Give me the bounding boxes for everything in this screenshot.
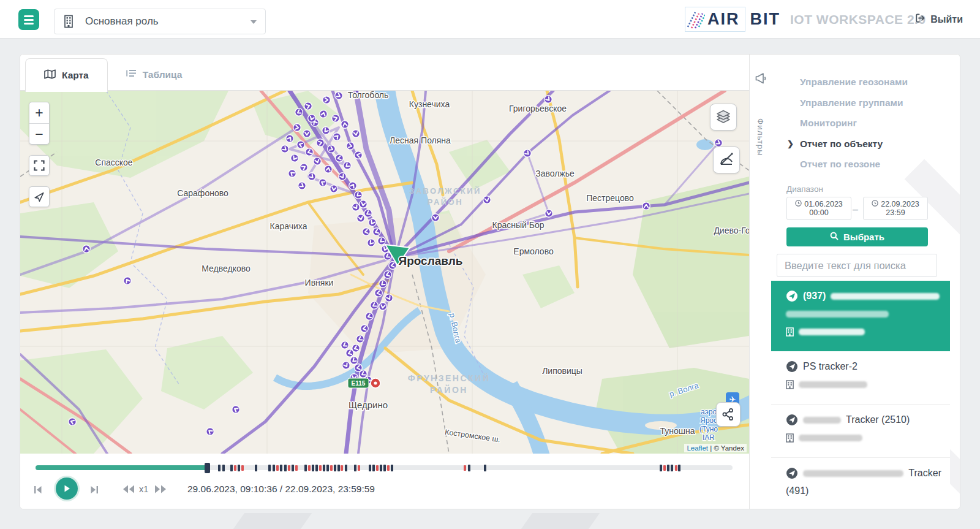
timeline-tick [660, 465, 662, 471]
date-to-value: 22.09.2023 [881, 200, 919, 208]
tab-table[interactable]: Таблица [108, 58, 201, 91]
track-point-marker[interactable] [205, 426, 216, 437]
building-icon [63, 15, 74, 28]
nav-icon [786, 414, 798, 426]
date-to-input[interactable]: 22.09.2023 23:59 [863, 197, 928, 220]
track-point-marker[interactable] [643, 202, 650, 210]
table-icon [126, 69, 137, 80]
timeline[interactable] [36, 463, 733, 473]
menu-item-label: Отчет по геозоне [800, 159, 880, 169]
active-chevron-icon: ❯ [787, 134, 794, 154]
tracker-list-item[interactable]: Tracker (2510) [771, 405, 950, 458]
app-root: Основная роль AIR BIT IOT WORKSPACE 2.0 [0, 0, 980, 529]
tracker-label: (491) [786, 485, 809, 497]
map-canvas[interactable]: ТолгобольКузнечихаГригорьевскоеЛесная По… [20, 91, 749, 454]
track-point-marker[interactable] [317, 177, 328, 188]
logout-icon [914, 12, 925, 26]
timeline-scrubber-handle[interactable] [205, 463, 210, 473]
tracker-label: PS tracker-2 [803, 361, 858, 372]
track-point-marker[interactable] [296, 180, 307, 191]
map-container[interactable]: ТолгобольКузнечихаГригорьевскоеЛесная По… [20, 91, 749, 454]
locate-button[interactable] [29, 186, 50, 207]
share-button[interactable] [716, 402, 741, 427]
track-point-marker[interactable] [339, 340, 350, 350]
timeline-tick [358, 465, 360, 471]
track-point-marker[interactable] [122, 275, 132, 286]
menu-item-отчет-по-объекту[interactable]: ❯Отчет по объекту [771, 134, 960, 154]
layers-button[interactable] [710, 104, 737, 131]
select-button[interactable]: Выбрать [786, 227, 928, 246]
role-selector-value: Основная роль [85, 15, 159, 28]
menu-item-управление-геозонами[interactable]: Управление геозонами [771, 72, 960, 93]
timeline-tick [345, 465, 347, 471]
leaflet-link[interactable]: Leaflet [687, 444, 708, 452]
menu-item-отчет-по-геозоне[interactable]: Отчет по геозоне [771, 154, 960, 175]
logo-word-bit: BIT [750, 10, 781, 29]
skip-to-start-button[interactable] [32, 484, 43, 495]
track-point-marker[interactable] [341, 360, 351, 370]
timeline-tick [369, 465, 371, 471]
play-button[interactable] [56, 478, 78, 500]
track-point-marker[interactable] [545, 209, 553, 218]
megaphone-icon[interactable] [754, 72, 767, 88]
slower-button[interactable] [122, 484, 135, 494]
tracker-list-item[interactable]: PS tracker-2 [771, 351, 950, 405]
track-point-marker[interactable] [483, 196, 492, 205]
background-stripe [521, 513, 600, 529]
brand-logo: AIR BIT IOT WORKSPACE 2.0 [685, 7, 926, 32]
role-selector[interactable]: Основная роль [54, 9, 266, 34]
timeline-tick [292, 465, 294, 471]
date-from-input[interactable]: 01.06.2023 00:00 [786, 197, 851, 220]
timeline-tick [334, 465, 336, 471]
tracker-list-item[interactable]: (937) [771, 281, 950, 351]
map-label: Липовицы [542, 366, 582, 376]
measure-tool-button[interactable] [713, 147, 740, 173]
select-button-label: Выбрать [843, 232, 884, 242]
zoom-out-button[interactable]: − [29, 124, 49, 145]
timeline-tick [255, 465, 257, 471]
zoom-in-button[interactable]: + [29, 102, 49, 124]
logout-button[interactable]: Выйти [914, 12, 963, 26]
faster-button[interactable] [154, 484, 167, 494]
track-point-marker[interactable] [352, 129, 361, 139]
fullscreen-button[interactable] [29, 155, 50, 176]
track-point-marker[interactable] [298, 162, 309, 172]
tracker-list-item[interactable]: Tracker(491) [771, 458, 950, 509]
redacted-text [831, 293, 940, 300]
yandex-copyright: © Yandex [714, 444, 744, 452]
timeline-tick [230, 465, 233, 471]
timeline-tick [326, 465, 329, 471]
timeline-tick [308, 465, 311, 471]
timeline-tick [312, 465, 314, 471]
map-label: Щедрино [349, 400, 388, 410]
track-point-marker[interactable] [279, 143, 290, 154]
timeline-tick [464, 465, 466, 471]
track-point-marker[interactable] [432, 214, 440, 222]
track-point-marker[interactable] [324, 165, 333, 174]
skip-to-end-button[interactable] [89, 484, 100, 495]
menu-item-управление-группами[interactable]: Управление группами [771, 93, 960, 113]
hamburger-menu-button[interactable] [18, 9, 39, 30]
map-label: Пестрецово [586, 193, 634, 203]
nav-icon [786, 467, 798, 479]
playback-time-range: 29.06.2023, 09:10:36 / 22.09.2023, 23:59… [187, 484, 375, 495]
timeline-tick [276, 465, 279, 471]
track-point-marker[interactable] [287, 168, 298, 179]
track-point-marker[interactable] [289, 153, 300, 163]
menu-item-label: Управление группами [800, 97, 903, 108]
timeline-tick [667, 465, 669, 471]
date-from-value: 01.06.2023 [804, 200, 843, 208]
tab-map[interactable]: Карта [25, 58, 108, 92]
track-point-marker[interactable] [230, 404, 241, 414]
redacted-text [799, 435, 862, 441]
search-input[interactable] [777, 254, 937, 277]
track-point-marker[interactable] [323, 96, 331, 104]
timeline-tick [383, 465, 386, 471]
tab-bar: КартаТаблица [20, 55, 749, 91]
map-column: КартаТаблица [20, 55, 749, 509]
track-point-marker[interactable] [331, 131, 342, 142]
track-point-marker[interactable] [303, 130, 311, 138]
map-label: Сарафоново [177, 188, 228, 198]
filters-rail[interactable]: Фильтры [749, 55, 771, 509]
menu-item-мониторинг[interactable]: Мониторинг [771, 113, 960, 134]
